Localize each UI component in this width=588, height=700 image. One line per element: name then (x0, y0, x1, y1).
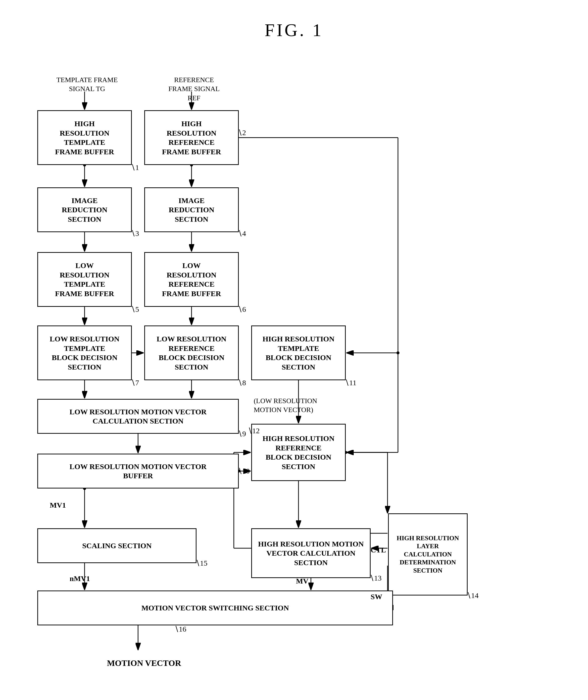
scaling-section-box: SCALING SECTION (37, 528, 196, 563)
mv1-label: MV1 (50, 501, 66, 509)
svg-point-14 (396, 352, 399, 355)
mv-label: MV (296, 577, 308, 585)
mv-switching-box: MOTION VECTOR SWITCHING SECTION (37, 591, 393, 625)
box11-number: ∖11 (344, 378, 356, 388)
sw-label: SW (371, 593, 382, 601)
image-reduction-1-box: IMAGEREDUCTIONSECTION (37, 187, 132, 232)
box15-number: ∖15 (195, 558, 207, 568)
low-res-mv-buffer-box: LOW RESOLUTION MOTION VECTORBUFFER (37, 454, 239, 489)
template-frame-signal-label: TEMPLATE FRAME SIGNAL TG (55, 75, 119, 94)
box16-number: ∖16 (174, 624, 186, 634)
ctl-label: CTL (371, 546, 386, 554)
box14-number: ∖14 (466, 591, 479, 600)
low-res-mv-label: (LOW RESOLUTIONMOTION VECTOR) (254, 397, 331, 415)
nmv1-label: nMV1 (70, 574, 90, 583)
low-res-reference-buffer-box: LOWRESOLUTIONREFERENCEFRAME BUFFER (144, 252, 239, 307)
high-res-template-block-box: HIGH RESOLUTIONTEMPLATEBLOCK DECISIONSEC… (251, 325, 346, 380)
box10-number: ∖10 (238, 466, 250, 476)
low-res-template-block-box: LOW RESOLUTIONTEMPLATEBLOCK DECISIONSECT… (37, 325, 132, 380)
high-res-template-buffer-box: HIGHRESOLUTIONTEMPLATEFRAME BUFFER (37, 110, 132, 165)
high-res-reference-buffer-box: HIGHRESOLUTIONREFERENCEFRAME BUFFER (144, 110, 239, 165)
reference-frame-signal-label: REFERENCE FRAME SIGNAL REF (162, 75, 226, 102)
image-reduction-2-box: IMAGEREDUCTIONSECTION (144, 187, 239, 232)
box2-number: ∖2 (238, 128, 246, 137)
box13-number: ∖13 (369, 573, 382, 583)
box3-number: ∖3 (131, 228, 139, 238)
box7-number: ∖7 (131, 378, 139, 388)
high-res-mv-calc-box: HIGH RESOLUTION MOTIONVECTOR CALCULATION… (251, 528, 371, 578)
low-res-template-buffer-box: LOWRESOLUTIONTEMPLATEFRAME BUFFER (37, 252, 132, 307)
low-res-reference-block-box: LOW RESOLUTIONREFERENCEBLOCK DECISIONSEC… (144, 325, 239, 380)
box12-number: ∖12 (247, 426, 260, 436)
box8-number: ∖8 (238, 378, 246, 388)
box5-number: ∖5 (131, 304, 139, 314)
high-res-layer-calc-box: HIGH RESOLUTIONLAYERCALCULATIONDETERMINA… (388, 513, 468, 596)
box6-number: ∖6 (238, 304, 246, 314)
page-title: FIG. 1 (0, 0, 588, 55)
box1-number: ∖1 (131, 162, 139, 172)
low-res-mv-calc-box: LOW RESOLUTION MOTION VECTORCALCULATION … (37, 399, 239, 434)
high-res-ref-block-box: HIGH RESOLUTIONREFERENCEBLOCK DECISIONSE… (251, 424, 346, 481)
box9-number: ∖9 (238, 429, 246, 439)
box4-number: ∖4 (238, 228, 246, 238)
motion-vector-output-label: MOTION VECTOR (107, 658, 181, 669)
